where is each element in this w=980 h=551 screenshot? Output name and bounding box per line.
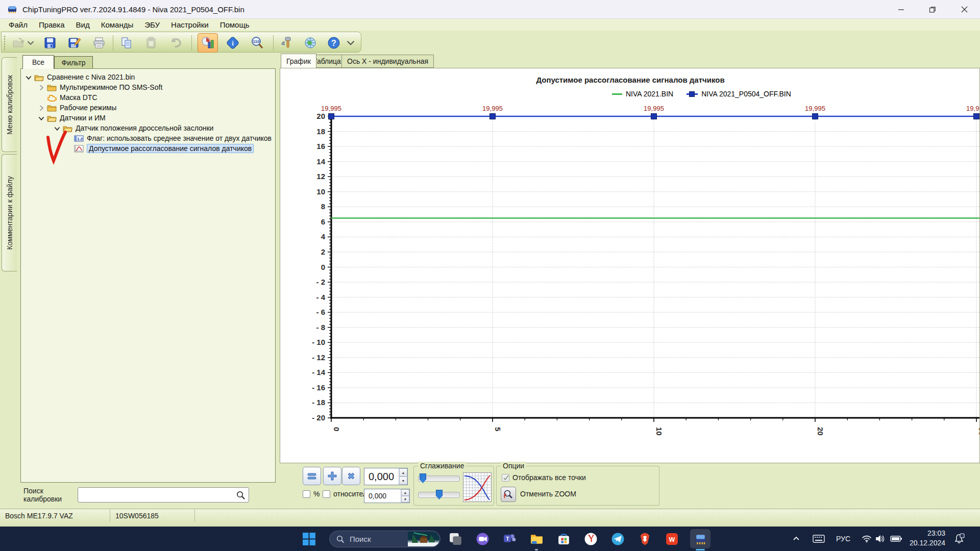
task-view-button[interactable]: [445, 529, 465, 548]
set-value-button[interactable]: [303, 467, 321, 485]
save-as-button[interactable]: [66, 34, 83, 52]
wifi-indicator[interactable]: [862, 527, 872, 551]
undo-button[interactable]: [167, 34, 184, 52]
value-spinner-main[interactable]: 0,000 ▲▼: [364, 468, 408, 485]
find-button[interactable]: 110: [249, 34, 266, 52]
value-spinner-secondary[interactable]: 0,000 ▲▼: [364, 489, 410, 503]
file-explorer-button[interactable]: [526, 529, 547, 548]
cancel-zoom-label: Отменить ZOOM: [520, 490, 576, 498]
search-calibration-input[interactable]: [78, 487, 249, 503]
open-file-button[interactable]: [10, 34, 27, 52]
menu-help[interactable]: Помощь: [214, 19, 255, 30]
add-value-button[interactable]: [323, 467, 341, 485]
battery-indicator[interactable]: [890, 527, 902, 551]
svg-text:20: 20: [316, 112, 325, 120]
menu-edit[interactable]: Правка: [33, 19, 70, 30]
svg-text:19,995: 19,995: [805, 105, 825, 112]
chevron-right-icon[interactable]: [38, 84, 45, 90]
smoothing-slider-2[interactable]: [418, 492, 460, 498]
chevron-up-icon: [792, 535, 800, 543]
menu-file[interactable]: Файл: [3, 19, 33, 30]
save-button[interactable]: [41, 34, 59, 52]
relative-checkbox[interactable]: [323, 490, 330, 498]
menu-bar: Файл Правка Вид Команды ЭБУ Настройки По…: [0, 19, 980, 31]
open-dropdown-button[interactable]: [27, 34, 34, 52]
spin-down-icon[interactable]: ▼: [399, 477, 407, 485]
wps-office-button[interactable]: W: [662, 529, 682, 548]
toolbar-overflow-button[interactable]: [347, 34, 355, 52]
brave-button[interactable]: [634, 529, 655, 548]
notification-bell[interactable]: [953, 527, 965, 551]
chart-area[interactable]: - 20- 18- 16- 14- 12- 10- 8- 6- 4- 20246…: [280, 68, 980, 463]
chevron-down-icon[interactable]: [25, 74, 32, 80]
paste-button[interactable]: [142, 34, 160, 52]
yandex-icon: [584, 532, 598, 546]
smoothing-slider-1[interactable]: [418, 475, 460, 482]
taskbar-search[interactable]: Поиск: [329, 531, 440, 547]
menu-commands[interactable]: Команды: [95, 19, 139, 30]
chevron-right-icon[interactable]: [38, 105, 45, 111]
help-button[interactable]: ?: [325, 34, 342, 52]
multiply-value-button[interactable]: [342, 467, 360, 485]
language-indicator[interactable]: РУС: [836, 527, 850, 551]
show-all-points-checkbox[interactable]: [502, 474, 509, 482]
status-software-id: 10SW056185: [110, 509, 195, 522]
slider-thumb[interactable]: [420, 473, 426, 483]
minimize-button[interactable]: [885, 0, 917, 19]
toolbar-grip[interactable]: [4, 35, 6, 50]
cancel-zoom-button[interactable]: [501, 487, 516, 502]
tab-filter[interactable]: Фильтр: [54, 56, 93, 69]
slider-thumb[interactable]: [436, 490, 443, 499]
tree-item-sensors[interactable]: Датчики и ИМ: [21, 113, 275, 123]
tree-item-comparison[interactable]: Сравнение с Niva 2021.bin: [21, 72, 275, 82]
tab-all[interactable]: Все: [22, 55, 54, 69]
internet-button[interactable]: [302, 34, 319, 52]
side-tab-file-comments[interactable]: Комментарии к файлу: [2, 154, 17, 271]
svg-text:0: 0: [332, 427, 341, 431]
spin-up-icon[interactable]: ▲: [401, 489, 409, 496]
yandex-browser-button[interactable]: [580, 529, 601, 548]
copy-icon: [120, 36, 133, 49]
menu-ecu[interactable]: ЭБУ: [139, 19, 165, 30]
search-highlight-image[interactable]: [408, 532, 439, 546]
touch-keyboard-button[interactable]: [813, 527, 825, 551]
battery-icon: [890, 535, 902, 542]
percent-checkbox[interactable]: [303, 490, 310, 498]
side-tab-calibrations-menu[interactable]: Меню калибровок: [2, 57, 17, 152]
chiptuningpro-taskbar-button[interactable]: [690, 529, 710, 548]
menu-view[interactable]: Вид: [70, 19, 95, 30]
search-calibration-row: Поиск калибровки: [19, 486, 277, 504]
teams-button[interactable]: T: [499, 529, 520, 548]
legend-line-swatch: [612, 93, 622, 95]
menu-settings[interactable]: Настройки: [165, 19, 214, 30]
clock[interactable]: 23:03 20.12.2024: [910, 529, 945, 548]
tree-item-multimode[interactable]: Мультирежимное ПО SMS-Soft: [21, 82, 275, 92]
tree-item-work-modes[interactable]: Рабочие режимы: [21, 103, 275, 113]
telegram-button[interactable]: [607, 529, 628, 548]
svg-text:?: ?: [331, 39, 336, 47]
globe-icon: [304, 36, 317, 49]
start-button[interactable]: [299, 529, 319, 548]
print-button[interactable]: [90, 34, 108, 52]
copy-button[interactable]: [118, 34, 135, 52]
close-button[interactable]: [948, 0, 980, 19]
show-all-points-label: Отображать все точки: [512, 473, 586, 482]
folder-icon: [47, 84, 57, 91]
tools-button[interactable]: [278, 34, 296, 52]
volume-indicator[interactable]: [875, 527, 885, 551]
ms-store-button[interactable]: [553, 529, 574, 548]
info-icon: i: [226, 36, 239, 49]
chart-svg[interactable]: - 20- 18- 16- 14- 12- 10- 8- 6- 4- 20246…: [280, 68, 980, 463]
smoothing-group: Сглаживание: [413, 466, 494, 506]
tray-chevron[interactable]: [792, 527, 800, 551]
tree-item-dtc-mask[interactable]: Маска DTC: [21, 92, 275, 103]
chevron-down-icon[interactable]: [38, 115, 45, 121]
spin-up-icon[interactable]: ▲: [399, 468, 407, 477]
info-button[interactable]: i: [224, 34, 241, 52]
tab-x-axis-individual[interactable]: Ось X - индивидуальная: [341, 55, 434, 68]
restore-button[interactable]: [917, 0, 948, 19]
spin-down-icon[interactable]: ▼: [401, 496, 409, 503]
tab-graph[interactable]: График: [281, 54, 316, 68]
chart-view-button[interactable]: [198, 33, 218, 53]
chat-button[interactable]: [472, 529, 493, 548]
